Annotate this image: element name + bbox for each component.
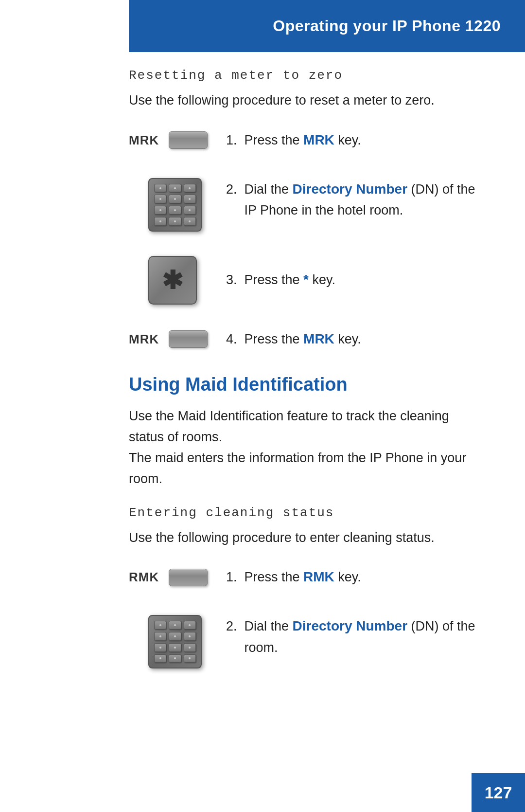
mk4 (154, 632, 166, 641)
page-number: 127 (485, 783, 512, 802)
header-bar: Operating your IP Phone 1220 (129, 0, 525, 52)
step-4-row: MRK 4. Press the MRK key. (129, 329, 486, 350)
step-1-row: MRK 1. Press the MRK key. (129, 130, 486, 151)
maid-step-2-key: Directory Number (293, 618, 408, 633)
mrk-key-button-1 (169, 131, 208, 149)
maid-step-2-text: 2. Dial the Directory Number (DN) of the… (226, 612, 486, 658)
kk4 (154, 195, 166, 203)
mrk-key-button-2 (169, 330, 208, 348)
star-symbol: ✱ (162, 268, 183, 293)
mk1 (154, 621, 166, 630)
step-1-visual: MRK (129, 131, 226, 149)
page-number-block: 127 (472, 773, 525, 812)
mk11 (169, 654, 181, 663)
step-1-label-group: MRK (129, 131, 208, 149)
mrk-label-2: MRK (129, 332, 159, 347)
section-resetting: Resetting a meter to zero Use the follow… (129, 68, 486, 350)
section2-subtitle: Entering cleaning status (129, 505, 486, 520)
maid-step-2-visual (129, 612, 226, 668)
kk6 (184, 195, 196, 203)
mk5 (169, 632, 181, 641)
mk2 (169, 621, 181, 630)
kk5 (169, 195, 181, 203)
step-2-visual (129, 175, 226, 232)
kk9 (184, 206, 196, 215)
maid-step-1-text: 1. Press the RMK key. (226, 567, 486, 588)
maid-step-1-key: RMK (303, 569, 334, 584)
maid-step-1-label-group: RMK (129, 569, 208, 586)
mk6 (184, 632, 196, 641)
kk1 (154, 184, 166, 193)
step-3-visual: ✱ (129, 256, 226, 305)
section2-desc: Use the Maid Identification feature to t… (129, 406, 486, 490)
step-1-key: MRK (303, 132, 334, 147)
rmk-label-1: RMK (129, 570, 159, 585)
rmk-key-button-1 (169, 569, 208, 586)
kk11 (169, 217, 181, 226)
keypad-image-2 (148, 615, 202, 668)
maid-step-1-visual: RMK (129, 569, 226, 586)
step-4-visual: MRK (129, 330, 226, 348)
step-2-row: 2. Dial the Directory Number (DN) of the… (129, 175, 486, 232)
step-3-row: ✱ 3. Press the * key. (129, 256, 486, 305)
step-2-key: Directory Number (293, 181, 408, 197)
mk8 (169, 643, 181, 652)
kk10 (154, 217, 166, 226)
step-4-text: 4. Press the MRK key. (226, 329, 486, 350)
section2-title: Using Maid Identification (129, 374, 486, 395)
header-title-number: 1220 (465, 17, 501, 35)
header-title: Operating your IP Phone 1220 (273, 17, 501, 35)
mk10 (154, 654, 166, 663)
mk12 (184, 654, 196, 663)
kk12 (184, 217, 196, 226)
keypad-image-1 (148, 178, 202, 232)
section2-desc-line1: Use the Maid Identification feature to t… (129, 409, 449, 444)
kk8 (169, 206, 181, 215)
section-maid: Using Maid Identification Use the Maid I… (129, 374, 486, 668)
mk3 (184, 621, 196, 630)
star-key: ✱ (148, 256, 197, 305)
step-3-key: * (303, 272, 309, 287)
header-title-text: Operating your IP Phone (273, 17, 465, 35)
kk7 (154, 206, 166, 215)
kk2 (169, 184, 181, 193)
mrk-label-1: MRK (129, 133, 159, 148)
kk3 (184, 184, 196, 193)
step-4-key: MRK (303, 331, 334, 346)
step-1-text: 1. Press the MRK key. (226, 130, 486, 151)
section1-subtitle: Resetting a meter to zero (129, 68, 486, 83)
mk7 (154, 643, 166, 652)
section2-desc-line2: The maid enters the information from the… (129, 451, 466, 486)
main-content: Resetting a meter to zero Use the follow… (0, 0, 525, 732)
section1-intro: Use the following procedure to reset a m… (129, 90, 486, 110)
maid-step-1-row: RMK 1. Press the RMK key. (129, 567, 486, 588)
maid-step-2-row: 2. Dial the Directory Number (DN) of the… (129, 612, 486, 668)
step-2-text: 2. Dial the Directory Number (DN) of the… (226, 175, 486, 221)
step-3-text: 3. Press the * key. (226, 270, 486, 290)
section2-intro: Use the following procedure to enter cle… (129, 528, 486, 548)
mk9 (184, 643, 196, 652)
step-4-label-group: MRK (129, 330, 208, 348)
